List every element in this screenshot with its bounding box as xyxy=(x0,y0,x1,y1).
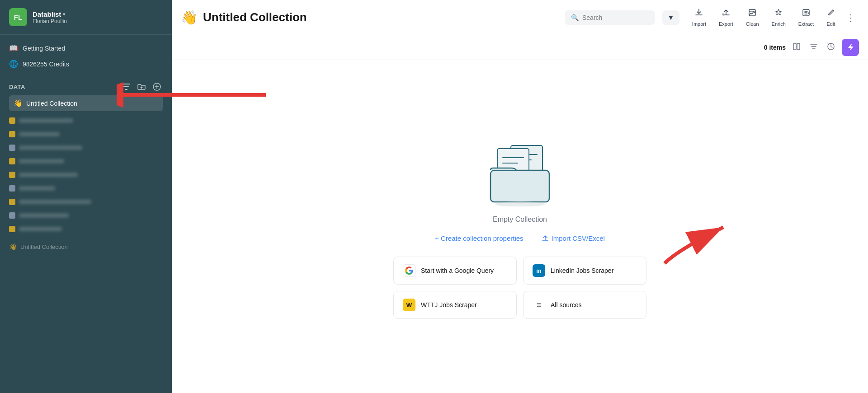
export-icon xyxy=(722,8,731,19)
blurred-text xyxy=(19,213,69,218)
power-button[interactable] xyxy=(842,39,859,56)
list-item[interactable] xyxy=(0,222,172,236)
color-dot xyxy=(9,212,15,219)
google-card-label: Start with a Google Query xyxy=(421,267,494,274)
folder-illustration xyxy=(484,134,556,206)
color-dot xyxy=(9,158,15,164)
section-actions xyxy=(120,82,163,92)
sub-toolbar: 0 items xyxy=(172,35,868,60)
blurred-text xyxy=(19,159,64,164)
linkedin-jobs-card[interactable]: in LinkedIn Jobs Scraper xyxy=(523,257,646,285)
svg-rect-9 xyxy=(797,43,800,50)
getting-started-label: Getting Started xyxy=(23,45,65,52)
import-icon xyxy=(694,8,703,19)
list-item[interactable] xyxy=(0,182,172,195)
google-logo xyxy=(403,264,415,277)
upload-icon xyxy=(542,235,549,242)
edit-icon xyxy=(826,8,835,19)
search-icon: 🔍 xyxy=(571,14,579,21)
bottom-collection-item[interactable]: 👋 Untitled Collection xyxy=(0,239,172,254)
plus-circle-icon xyxy=(153,83,161,91)
sort-button[interactable] xyxy=(807,40,820,55)
extract-button[interactable]: Extract xyxy=(793,5,819,29)
list-item[interactable] xyxy=(0,114,172,127)
flash-icon xyxy=(846,43,854,51)
chevron-down-icon: ▾ xyxy=(63,12,65,17)
filter-icon: ▼ xyxy=(668,14,674,21)
blurred-text xyxy=(19,145,82,150)
list-item[interactable] xyxy=(0,195,172,209)
add-collection-button[interactable] xyxy=(151,82,163,92)
history-button[interactable] xyxy=(825,40,837,55)
credits-label: 9826255 Credits xyxy=(23,61,69,68)
import-button[interactable]: Import xyxy=(687,5,712,29)
all-sources-icon: ≡ xyxy=(533,299,545,311)
red-arrow-svg-2 xyxy=(642,214,778,268)
wttj-jobs-card[interactable]: W WTTJ Jobs Scraper xyxy=(393,291,517,319)
filter-collections-button[interactable] xyxy=(120,82,132,92)
enrich-button[interactable]: Enrich xyxy=(766,5,791,29)
list-item[interactable] xyxy=(0,141,172,154)
bottom-collection-label: Untitled Collection xyxy=(20,243,68,250)
more-options-button[interactable]: ⋮ xyxy=(843,10,859,25)
sidebar-header: FL Datablist ▾ Florian Poullin xyxy=(0,0,172,35)
avatar: FL xyxy=(9,8,27,26)
blurred-text xyxy=(19,118,73,123)
blurred-text xyxy=(19,186,55,191)
all-sources-card[interactable]: ≡ All sources xyxy=(523,291,646,319)
color-dot xyxy=(9,145,15,151)
create-properties-button[interactable]: + Create collection properties xyxy=(435,234,524,242)
clean-button[interactable]: Clean xyxy=(741,5,764,29)
blurred-text xyxy=(19,173,78,177)
arrow-annotation-2 xyxy=(642,214,778,270)
sort-icon xyxy=(809,42,818,51)
sidebar-nav: 📖 Getting Started 🌐 9826255 Credits xyxy=(0,35,172,77)
credits-icon: 🌐 xyxy=(9,60,18,68)
list-item[interactable] xyxy=(0,127,172,141)
collection-name-label: Untitled Collection xyxy=(26,100,77,107)
columns-view-button[interactable] xyxy=(790,40,803,55)
blurred-text xyxy=(19,200,91,204)
data-section: Data xyxy=(0,77,172,114)
import-csv-button[interactable]: Import CSV/Excel xyxy=(542,234,605,242)
edit-button[interactable]: Edit xyxy=(821,5,841,29)
enrich-icon xyxy=(774,8,783,19)
color-dot xyxy=(9,226,15,232)
list-item[interactable] xyxy=(0,209,172,222)
org-info: Datablist ▾ Florian Poullin xyxy=(33,10,67,24)
user-name: Florian Poullin xyxy=(33,18,67,24)
list-item[interactable] xyxy=(0,154,172,168)
book-icon: 📖 xyxy=(9,44,18,52)
google-query-card[interactable]: Start with a Google Query xyxy=(393,257,517,285)
sidebar-item-getting-started[interactable]: 📖 Getting Started xyxy=(9,42,163,54)
create-props-label: + Create collection properties xyxy=(435,234,524,242)
section-title: Data xyxy=(9,84,25,90)
export-button[interactable]: Export xyxy=(713,5,739,29)
color-dot xyxy=(9,117,15,124)
empty-illustration xyxy=(484,134,556,208)
page-title: Untitled Collection xyxy=(203,10,307,24)
sidebar-item-credits[interactable]: 🌐 9826255 Credits xyxy=(9,58,163,70)
empty-actions: + Create collection properties Import CS… xyxy=(435,234,605,242)
list-item[interactable] xyxy=(0,168,172,182)
toolbar-wave-icon: 👋 xyxy=(181,9,198,25)
linkedin-card-label: LinkedIn Jobs Scraper xyxy=(551,267,613,274)
active-collection-item[interactable]: 👋 Untitled Collection xyxy=(9,95,163,111)
wttj-logo: W xyxy=(403,299,415,311)
org-name[interactable]: Datablist ▾ xyxy=(33,10,67,18)
items-count: 0 items xyxy=(764,44,786,51)
svg-rect-0 xyxy=(122,84,130,84)
history-icon xyxy=(826,42,835,51)
all-sources-label: All sources xyxy=(551,301,581,309)
extract-icon xyxy=(802,8,811,19)
filter-button[interactable]: ▼ xyxy=(662,10,679,25)
blurred-text xyxy=(19,132,60,136)
collection-wave-icon: 👋 xyxy=(14,99,23,108)
linkedin-logo: in xyxy=(533,264,545,277)
blurred-text xyxy=(19,227,62,231)
new-folder-button[interactable] xyxy=(136,82,147,92)
section-header: Data xyxy=(9,77,163,95)
empty-label: Empty Collection xyxy=(493,215,547,224)
toolbar: 👋 Untitled Collection 🔍 ▼ Import xyxy=(172,0,868,35)
search-input[interactable] xyxy=(582,14,646,21)
